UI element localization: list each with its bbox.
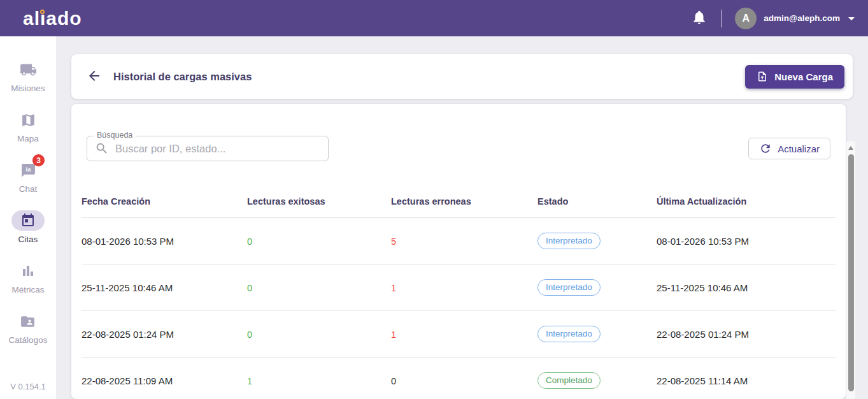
status-badge: Completado [537, 372, 601, 389]
filters-row: Búsqueda Actualizar [82, 104, 836, 161]
cell-lecturas-exitosas: 0 [247, 283, 252, 293]
sidebar-item-label: Mapa [17, 134, 39, 143]
truck-icon [11, 59, 46, 80]
cell-lecturas-erroneas: 5 [391, 236, 396, 247]
avatar-initial: A [743, 13, 750, 24]
uploads-table: Fecha Creación Lecturas exitosas Lectura… [82, 189, 836, 399]
cell-ultima-actualizacion: 22-08-2025 01:24 PM [657, 311, 836, 358]
status-badge: Interpretado [537, 279, 601, 296]
vertical-scrollbar[interactable] [846, 141, 855, 399]
table-row[interactable]: 22-08-2025 01:24 PM 0 1 Interpretado 22-… [82, 311, 836, 358]
svg-text:ia: ia [25, 166, 31, 173]
table-row[interactable]: 08-01-2026 10:53 PM 0 5 Interpretado 08-… [82, 218, 836, 265]
sidebar-item-misiones[interactable]: Misiones [11, 59, 46, 93]
back-button[interactable] [87, 68, 102, 85]
topbar-divider [722, 10, 722, 27]
status-badge: Interpretado [537, 326, 601, 342]
cell-lecturas-exitosas: 1 [247, 376, 252, 386]
sidebar-item-label: Misiones [11, 83, 45, 93]
sidebar-item-citas[interactable]: Citas [11, 210, 45, 244]
page-title: Historial de cargas masivas [113, 71, 252, 83]
body-row: Misiones Mapa 3 ia Chat Citas [0, 36, 868, 399]
main-content: Historial de cargas masivas Nueva Carga … [56, 36, 868, 399]
table-card: Búsqueda Actualizar [71, 104, 846, 399]
sidebar-item-metricas[interactable]: Métricas [11, 261, 45, 294]
user-menu[interactable]: A admin@aleph.com [735, 8, 859, 29]
cell-lecturas-exitosas: 0 [247, 236, 252, 247]
sidebar-item-label: Chat [19, 184, 38, 194]
top-bar: aliado A admin@aleph.com [0, 0, 868, 36]
arrow-back-icon [87, 68, 102, 85]
column-header-ultima-actualizacion: Última Actualización [657, 189, 836, 218]
user-email: admin@aleph.com [764, 13, 840, 23]
cell-lecturas-erroneas: 0 [391, 376, 396, 386]
column-header-lecturas-exitosas: Lecturas exitosas [247, 189, 391, 218]
topbar-right: A admin@aleph.com [691, 8, 859, 29]
folder-shared-icon [11, 311, 45, 331]
notifications-button[interactable] [691, 9, 708, 27]
cell-fecha-creacion: 22-08-2025 11:09 AM [82, 358, 247, 399]
search-icon [95, 141, 109, 156]
scrollbar-thumb[interactable] [848, 154, 854, 391]
sidebar: Misiones Mapa 3 ia Chat Citas [0, 36, 56, 399]
bar-chart-icon [11, 261, 45, 281]
app-logo-text: aliado [23, 8, 82, 29]
app-root: aliado A admin@aleph.com [0, 0, 868, 399]
nueva-carga-label: Nueva Carga [774, 71, 833, 82]
status-badge: Interpretado [537, 233, 601, 249]
page-header-card: Historial de cargas masivas Nueva Carga [71, 54, 853, 99]
cell-ultima-actualizacion: 25-11-2025 10:46 AM [657, 265, 836, 311]
sidebar-item-label: Métricas [11, 285, 44, 294]
cell-lecturas-erroneas: 1 [391, 283, 396, 293]
search-input[interactable] [115, 143, 320, 155]
actualizar-button[interactable]: Actualizar [748, 138, 830, 159]
search-field[interactable]: Búsqueda [87, 136, 329, 161]
search-field-label: Búsqueda [94, 131, 136, 140]
cell-ultima-actualizacion: 22-08-2025 11:14 AM [657, 358, 836, 399]
column-header-estado: Estado [537, 189, 657, 218]
table-row[interactable]: 22-08-2025 11:09 AM 1 0 Completado 22-08… [82, 358, 836, 399]
upload-file-icon [757, 71, 768, 82]
nueva-carga-button[interactable]: Nueva Carga [745, 65, 844, 89]
cell-fecha-creacion: 25-11-2025 10:46 AM [82, 265, 247, 311]
logo-i-dot [40, 10, 45, 14]
cell-lecturas-exitosas: 0 [247, 330, 252, 340]
cell-fecha-creacion: 08-01-2026 10:53 PM [82, 218, 247, 265]
calendar-icon [11, 210, 45, 231]
caret-down-icon [844, 11, 859, 26]
scrollbar-up-button[interactable] [846, 143, 855, 153]
map-icon [11, 110, 45, 130]
sidebar-item-label: Catálogos [9, 335, 48, 345]
column-header-fecha-creacion: Fecha Creación [82, 189, 247, 218]
app-logo[interactable]: aliado [23, 9, 82, 28]
sidebar-item-catalogos[interactable]: Catálogos [9, 311, 48, 345]
sidebar-item-chat[interactable]: 3 ia Chat [11, 160, 45, 194]
scroll-up-icon [848, 146, 853, 150]
cell-lecturas-erroneas: 1 [391, 330, 396, 340]
cell-fecha-creacion: 22-08-2025 01:24 PM [82, 311, 247, 358]
column-header-lecturas-erroneas: Lecturas erroneas [391, 189, 537, 218]
chat-badge: 3 [32, 154, 45, 166]
actualizar-label: Actualizar [778, 143, 820, 154]
sidebar-item-mapa[interactable]: Mapa [11, 110, 45, 143]
bell-icon [691, 9, 708, 27]
cell-ultima-actualizacion: 08-01-2026 10:53 PM [657, 218, 836, 265]
table-row[interactable]: 25-11-2025 10:46 AM 0 1 Interpretado 25-… [82, 265, 836, 311]
app-version: V 0.154.1 [10, 382, 46, 391]
refresh-icon [759, 142, 772, 155]
sidebar-item-label: Citas [18, 235, 38, 244]
table-header-row: Fecha Creación Lecturas exitosas Lectura… [82, 189, 836, 218]
avatar: A [735, 8, 757, 29]
